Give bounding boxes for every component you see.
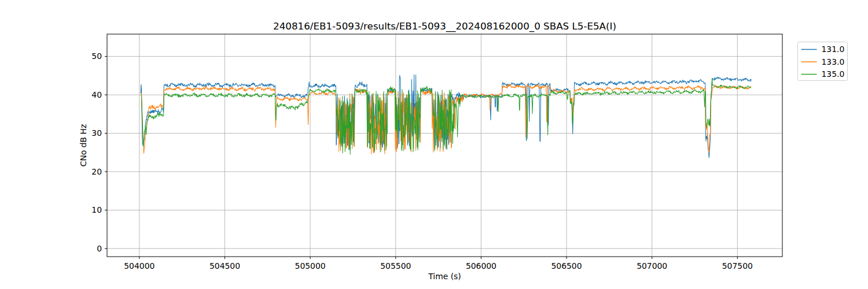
figure: 5040005045005050005055005060005065005070… — [0, 0, 868, 289]
y-tick-label: 50 — [91, 51, 102, 61]
legend-label-135.0: 135.0 — [822, 69, 845, 79]
y-tick-label: 0 — [97, 244, 102, 253]
x-axis-label: Time (s) — [428, 272, 461, 281]
legend-label-131.0: 131.0 — [822, 45, 845, 54]
y-tick-label: 40 — [91, 90, 102, 99]
x-tick-label: 504500 — [209, 261, 240, 271]
x-tick-label: 507500 — [722, 261, 753, 271]
y-tick-label: 20 — [91, 167, 102, 176]
chart-title: 240816/EB1-5093/results/EB1-5093__202408… — [273, 20, 616, 32]
cno-time-series-chart: 5040005045005050005055005060005065005070… — [0, 0, 868, 289]
x-tick-label: 505500 — [380, 261, 411, 271]
x-tick-label: 507000 — [637, 261, 667, 271]
x-tick-label: 504000 — [124, 261, 155, 271]
y-axis-label: CNo dB Hz — [79, 124, 88, 167]
x-tick-label: 506500 — [551, 261, 582, 271]
x-tick-label: 505000 — [295, 261, 326, 271]
y-tick-label: 10 — [91, 205, 102, 214]
x-tick-label: 506000 — [466, 261, 496, 271]
legend-label-133.0: 133.0 — [822, 57, 845, 66]
y-tick-label: 30 — [91, 128, 102, 138]
legend: 131.0133.0135.0 — [798, 42, 848, 81]
